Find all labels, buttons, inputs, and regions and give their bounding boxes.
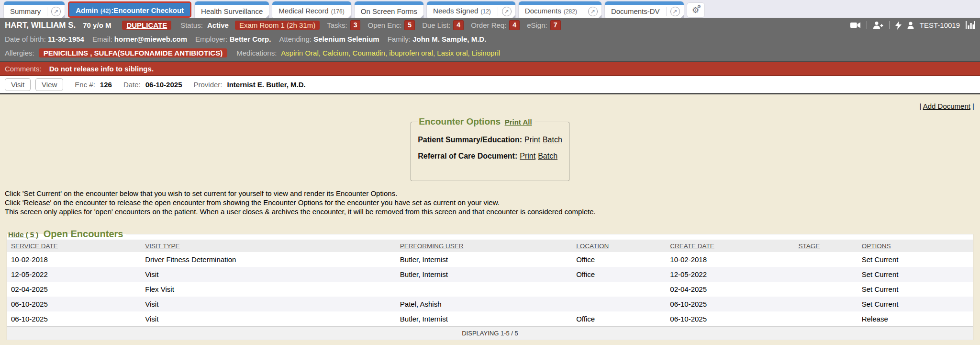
tab-on-screen-forms-label[interactable]: On Screen Forms (355, 5, 423, 18)
tab-summary-popout[interactable]: ↗ (47, 7, 65, 16)
allergies-badge[interactable]: PENICILLINS , SULFA(SULFONAMIDE ANTIBIOT… (39, 48, 227, 58)
patient-header-row-1: HART, WILLIAM S. 70 y/o M DUPLICATE Stat… (5, 18, 975, 32)
due-list-count-badge[interactable]: 4 (453, 20, 464, 30)
col-header-stage[interactable]: STAGE (795, 240, 858, 252)
tab-health-surveillance[interactable]: Health Surveillance (195, 1, 269, 18)
release-link[interactable]: Release (858, 311, 973, 327)
video-camera-icon[interactable] (850, 22, 861, 29)
col-header-performing-user[interactable]: PERFORMING USER (396, 240, 572, 252)
tab-medical-record-text: Medical Record (278, 7, 328, 15)
tab-medical-record-count: (176) (331, 8, 345, 15)
family-value: John M. Sample, M.D. (412, 35, 486, 43)
divider (889, 21, 890, 29)
email-value: horner@mieweb.com (114, 35, 187, 43)
tab-needs-signed-popout[interactable]: ↗ (498, 7, 515, 16)
open-encounters-panel: Hide ( 5 ) Open Encounters SERVICE DATE … (7, 229, 973, 340)
referral-batch-link[interactable]: Batch (538, 152, 557, 160)
open-enc-count-badge[interactable]: 5 (404, 20, 415, 30)
tab-documents[interactable]: Documents (282) ↗ (519, 1, 601, 18)
cell-visit-type: Driver Fitness Determination (141, 252, 396, 267)
tab-needs-signed[interactable]: Needs Signed (12) ↗ (427, 1, 515, 18)
stat-order-req: Order Req:4 (471, 20, 520, 30)
attending-value: Selenium Selenium (313, 35, 379, 43)
open-in-new-icon: ↗ (51, 7, 61, 16)
cell-stage (795, 297, 858, 311)
view-button[interactable]: View (35, 78, 63, 91)
patient-summary-print-link[interactable]: Print (524, 136, 540, 144)
cell-create-date: 02-04-2025 (666, 282, 794, 297)
col-header-create-date[interactable]: CREATE DATE (666, 240, 794, 252)
cell-performing-user (396, 282, 572, 297)
tab-on-screen-forms[interactable]: On Screen Forms (355, 1, 423, 18)
stat-esign: eSign:7 (527, 20, 560, 30)
patient-summary-batch-link[interactable]: Batch (543, 136, 562, 144)
family-field: Family: John M. Sample, M.D. (388, 35, 487, 43)
set-current-link[interactable]: Set Current (858, 297, 973, 311)
table-footer-row: DISPLAYING 1-5 / 5 (7, 327, 973, 340)
tab-needs-signed-label[interactable]: Needs Signed (12) (427, 5, 498, 18)
col-header-location[interactable]: LOCATION (572, 240, 666, 252)
tab-summary[interactable]: Summary ↗ (4, 1, 65, 18)
cell-stage (795, 252, 858, 267)
cell-stage (795, 282, 858, 297)
email-field: Email: horner@mieweb.com (92, 35, 187, 43)
tab-documents-dv-popout[interactable]: ↗ (666, 7, 684, 16)
col-header-options[interactable]: OPTIONS (858, 240, 973, 252)
duplicate-badge[interactable]: DUPLICATE (122, 21, 171, 30)
tab-settings-button[interactable]: ⚙ ⚙ (687, 3, 704, 17)
dob-label: Date of birth: (5, 35, 46, 43)
stat-due-list: Due List:4 (422, 20, 464, 30)
tab-documents-label[interactable]: Documents (282) (519, 5, 584, 18)
tasks-count-badge[interactable]: 3 (350, 20, 361, 30)
tab-documents-dv[interactable]: Documents-DV ↗ (605, 1, 684, 18)
set-current-link[interactable]: Set Current (858, 267, 973, 282)
patient-header-row-3: Allergies: PENICILLINS , SULFA(SULFONAMI… (5, 46, 975, 60)
medications-list[interactable]: Aspirin Oral, Calcium, Coumadin, ibuprof… (281, 49, 500, 57)
tab-documents-popout[interactable]: ↗ (584, 7, 601, 16)
exam-room-badge[interactable]: Exam Room 1 (2h 31m) (235, 21, 320, 30)
hide-link[interactable]: Hide ( 5 ) (8, 230, 38, 239)
add-person-icon[interactable] (873, 21, 883, 29)
chart-stats-icon[interactable] (966, 21, 975, 29)
app-window: Summary ↗ Admin (42):Encounter Checkout … (0, 0, 980, 345)
add-document-link[interactable]: Add Document (923, 102, 970, 110)
order-req-count-badge[interactable]: 4 (509, 20, 520, 30)
divider (867, 21, 867, 29)
stat-open-enc: Open Enc:5 (368, 20, 415, 30)
email-label: Email: (92, 35, 112, 43)
print-all-link[interactable]: Print All (505, 118, 532, 126)
patient-age-sex: 70 y/o M (83, 21, 111, 29)
referral-print-link[interactable]: Print (520, 152, 535, 160)
enc-number-label: Enc #: (75, 80, 95, 89)
patient-name: HART, WILLIAM S. (5, 21, 76, 30)
pipe: | (970, 102, 974, 110)
instructions-block: Click 'Set Current' on the encounter bel… (5, 189, 975, 216)
gear-small-icon: ⚙ (697, 4, 702, 9)
visit-button[interactable]: Visit (5, 78, 31, 91)
cell-service-date: 06-10-2025 (7, 297, 141, 311)
encounter-bar: Visit View Enc #: 126 Date: 06-10-2025 P… (0, 76, 980, 94)
tab-documents-dv-label[interactable]: Documents-DV (605, 5, 666, 18)
cell-create-date: 06-10-2025 (666, 311, 794, 327)
col-header-service-date[interactable]: SERVICE DATE (7, 240, 141, 252)
table-row: 12-05-2022 Visit Butler, Internist Offic… (7, 267, 973, 282)
tab-medical-record[interactable]: Medical Record (176) (272, 1, 351, 18)
cell-create-date: 10-02-2018 (666, 252, 794, 267)
dob-field: Date of birth: 11-30-1954 (5, 35, 84, 43)
tab-health-surveillance-label[interactable]: Health Surveillance (195, 5, 269, 18)
tab-summary-label[interactable]: Summary (4, 5, 47, 18)
lightning-icon[interactable] (895, 21, 902, 30)
pipe: | (919, 102, 923, 110)
open-in-new-icon: ↗ (502, 7, 512, 16)
set-current-link[interactable]: Set Current (858, 282, 973, 297)
col-header-visit-type[interactable]: VISIT TYPE (141, 240, 396, 252)
cell-visit-type: Visit (141, 297, 396, 311)
tab-medical-record-label[interactable]: Medical Record (176) (272, 5, 351, 18)
esign-count-badge[interactable]: 7 (550, 20, 561, 30)
patient-header-row-2: Date of birth: 11-30-1954 Email: horner@… (5, 32, 975, 46)
tab-admin-encounter-checkout[interactable]: Admin (42):Encounter Checkout (68, 1, 191, 18)
tab-admin-text: Admin (76, 6, 98, 14)
tab-admin-rest: :Encounter Checkout (111, 6, 184, 14)
referral-of-care-label: Referral of Care Document: (418, 152, 517, 160)
set-current-link[interactable]: Set Current (858, 252, 973, 267)
